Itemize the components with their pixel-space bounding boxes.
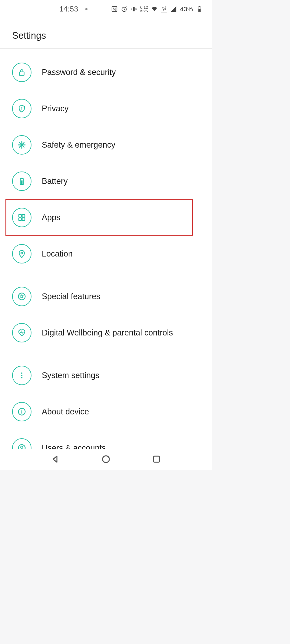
location-pin-icon <box>12 244 31 263</box>
home-button[interactable] <box>101 455 110 465</box>
settings-item-apps[interactable]: Apps <box>5 199 193 236</box>
nfc-icon <box>111 6 118 12</box>
settings-item-label: Digital Wellbeing & parental controls <box>42 328 173 338</box>
settings-item-label: Safety & emergency <box>42 140 115 150</box>
settings-item-digital-wellbeing[interactable]: Digital Wellbeing & parental controls <box>0 315 212 351</box>
back-button[interactable] <box>51 455 60 465</box>
volte-icon: Vo) LTE <box>161 6 167 12</box>
svg-rect-4 <box>199 6 200 7</box>
lock-icon <box>12 63 31 82</box>
medical-icon <box>12 135 31 155</box>
settings-item-about-device[interactable]: About device <box>0 394 212 430</box>
settings-item-label: Location <box>42 249 73 259</box>
info-icon <box>12 402 31 421</box>
battery-status-icon <box>196 6 203 12</box>
settings-item-special-features[interactable]: Special features <box>0 278 212 315</box>
shield-key-icon <box>12 99 31 118</box>
settings-list: Password & securityPrivacySafety & emerg… <box>0 49 212 466</box>
settings-item-privacy[interactable]: Privacy <box>0 90 212 127</box>
settings-item-label: Special features <box>42 292 101 301</box>
settings-item-label: Privacy <box>42 104 69 113</box>
battery-icon <box>12 172 31 191</box>
settings-item-label: Battery <box>42 177 68 186</box>
settings-item-label: Apps <box>42 213 61 222</box>
star-circle-icon <box>12 287 31 306</box>
wifi-icon <box>151 6 158 12</box>
data-rate-label: 0.12 KB/S <box>140 6 148 13</box>
vibrate-icon <box>130 6 137 12</box>
svg-rect-7 <box>153 456 160 462</box>
alarm-icon <box>121 6 127 12</box>
svg-rect-5 <box>199 9 200 11</box>
status-dot-icon <box>85 8 87 10</box>
status-bar: 14:53 0.12 KB/S <box>0 0 212 18</box>
recents-button[interactable] <box>152 455 161 465</box>
signal-icon <box>170 6 177 12</box>
section-divider <box>42 275 212 275</box>
section-divider <box>42 354 212 354</box>
vertical-dots-icon <box>12 366 31 385</box>
apps-grid-icon <box>12 208 31 227</box>
heart-icon <box>12 323 31 342</box>
settings-item-label: Password & security <box>42 68 116 77</box>
settings-item-safety-emergency[interactable]: Safety & emergency <box>0 127 212 163</box>
settings-item-password-security[interactable]: Password & security <box>0 54 212 90</box>
settings-item-battery[interactable]: Battery <box>0 163 212 199</box>
settings-item-label: About device <box>42 407 89 417</box>
system-nav-bar <box>0 449 212 470</box>
svg-point-6 <box>103 456 110 463</box>
settings-screen: 14:53 0.12 KB/S <box>0 0 212 470</box>
settings-item-system-settings[interactable]: System settings <box>0 357 212 394</box>
page-title: Settings <box>0 18 212 48</box>
status-time: 14:53 <box>59 5 78 13</box>
svg-rect-2 <box>133 7 135 11</box>
settings-item-location[interactable]: Location <box>0 236 212 272</box>
battery-percentage: 43% <box>180 5 193 13</box>
settings-item-label: System settings <box>42 371 100 380</box>
